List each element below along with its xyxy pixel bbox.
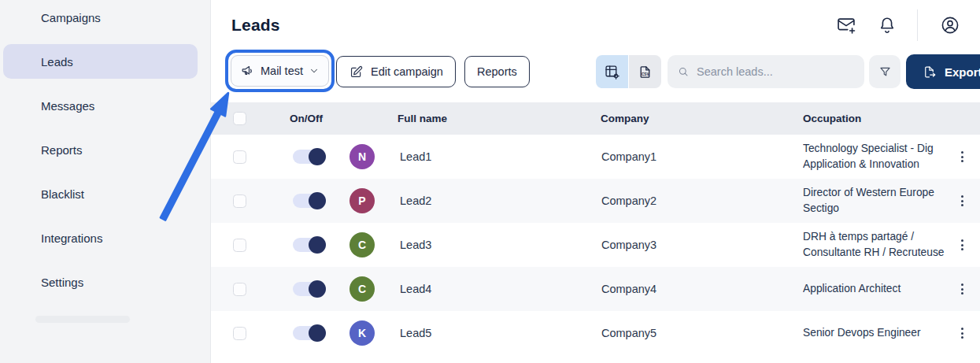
sidebar: Campaigns Leads Messages Reports Blackli…	[0, 0, 211, 363]
row-expand-chevron-icon[interactable]	[257, 327, 269, 339]
page-title: Leads	[231, 16, 280, 35]
export-data-button[interactable]: Export data	[906, 54, 980, 89]
campaign-selector-button[interactable]: Mail test	[231, 55, 329, 87]
table-row-lead2: P Lead2 Company2 Director of Western Eur…	[211, 179, 980, 223]
csv-file-icon: CSV	[637, 64, 653, 80]
lead-company: Company2	[601, 179, 656, 223]
column-header-company[interactable]: Company	[601, 102, 649, 135]
table-row-lead1: N Lead1 Company1 Technology Specialist -…	[211, 135, 980, 179]
sidebar-item-label: Campaigns	[41, 11, 101, 24]
lead-company: Company5	[601, 311, 656, 355]
lead-company: Company4	[601, 267, 656, 311]
sidebar-item-messages[interactable]: Messages	[3, 88, 198, 123]
toggle-knob	[309, 192, 326, 209]
table-settings-icon	[604, 64, 620, 80]
lead-occupation: DRH à temps partagé / Consultante RH / R…	[803, 223, 949, 267]
select-all-checkbox[interactable]	[233, 112, 246, 125]
annotation-highlight-ring: Mail test	[225, 50, 335, 92]
row-menu-kebab-icon[interactable]	[957, 323, 967, 343]
view-toggle-group: CSV	[596, 55, 661, 88]
bell-icon[interactable]	[876, 14, 898, 36]
table-view-button[interactable]	[596, 55, 628, 88]
lead-name: Lead4	[400, 267, 431, 311]
filter-button[interactable]	[869, 55, 900, 88]
sidebar-item-campaigns[interactable]: Campaigns	[3, 0, 198, 35]
sidebar-item-blacklist[interactable]: Blacklist	[3, 176, 198, 211]
row-menu-kebab-icon[interactable]	[957, 191, 967, 211]
lead-name: Lead5	[400, 311, 431, 355]
megaphone-icon	[240, 64, 255, 79]
mail-plus-icon[interactable]	[835, 14, 857, 36]
search-leads-box	[668, 55, 864, 88]
sidebar-faded-item	[35, 316, 130, 323]
onoff-toggle[interactable]	[293, 150, 323, 164]
row-menu-kebab-icon[interactable]	[957, 279, 967, 299]
row-expand-chevron-icon[interactable]	[257, 150, 269, 163]
avatar: K	[349, 320, 375, 346]
lead-company: Company1	[601, 135, 656, 179]
toggle-knob	[309, 148, 326, 165]
lead-name: Lead2	[400, 179, 431, 223]
file-export-icon	[922, 65, 937, 80]
search-icon	[677, 65, 690, 79]
search-input[interactable]	[697, 65, 855, 78]
avatar: C	[349, 276, 375, 302]
sidebar-item-label: Blacklist	[41, 187, 84, 201]
undefined	[11, 9, 28, 26]
user-circle-icon[interactable]	[939, 14, 961, 36]
column-header-fullname[interactable]: Full name	[398, 102, 447, 135]
undefined	[11, 185, 28, 202]
row-checkbox[interactable]	[233, 327, 246, 340]
sidebar-nav: Campaigns Leads Messages Reports Blackli…	[0, 0, 210, 299]
table-row-lead3: C Lead3 Company3 DRH à temps partagé / C…	[211, 223, 980, 267]
lead-company: Company3	[601, 223, 656, 267]
row-expand-chevron-icon[interactable]	[257, 239, 269, 251]
lead-occupation: Application Architect	[803, 267, 949, 311]
onoff-toggle[interactable]	[293, 282, 323, 296]
csv-view-button[interactable]: CSV	[629, 55, 661, 88]
onoff-toggle[interactable]	[293, 326, 323, 340]
header-divider	[917, 9, 918, 41]
table-body: N Lead1 Company1 Technology Specialist -…	[211, 135, 980, 355]
table-row-lead4: C Lead4 Company4 Application Architect	[211, 267, 980, 311]
leads-table: On/Off Full name Company Occupation N Le…	[211, 102, 980, 355]
lead-name: Lead3	[400, 223, 431, 267]
toggle-knob	[309, 324, 326, 342]
row-menu-kebab-icon[interactable]	[957, 235, 967, 255]
row-expand-chevron-icon[interactable]	[257, 194, 269, 207]
table-row-lead5: K Lead5 Company5 Senior Devops Engineer	[211, 311, 980, 355]
sidebar-item-label: Integrations	[41, 232, 102, 245]
undefined	[11, 141, 28, 158]
row-checkbox[interactable]	[233, 194, 246, 208]
row-checkbox[interactable]	[233, 150, 246, 164]
column-header-occupation[interactable]: Occupation	[803, 102, 861, 135]
sidebar-item-settings[interactable]: Settings	[3, 265, 198, 299]
lead-occupation: Technology Specialist - Dig Application …	[803, 135, 949, 179]
reports-button[interactable]: Reports	[464, 56, 530, 87]
campaign-selector-label: Mail test	[261, 65, 303, 77]
edit-campaign-button[interactable]: Edit campaign	[336, 56, 456, 87]
undefined	[11, 229, 28, 246]
table-header: On/Off Full name Company Occupation	[211, 102, 980, 135]
undefined	[11, 273, 28, 291]
row-expand-chevron-icon[interactable]	[257, 283, 269, 295]
edit-pencil-icon	[349, 65, 364, 80]
avatar: N	[349, 144, 375, 169]
toggle-knob	[309, 280, 326, 298]
sidebar-item-label: Messages	[41, 99, 94, 113]
onoff-toggle[interactable]	[293, 194, 323, 208]
row-checkbox[interactable]	[233, 239, 246, 252]
sidebar-item-leads[interactable]: Leads	[3, 44, 198, 79]
column-header-onoff[interactable]: On/Off	[290, 102, 323, 135]
avatar: P	[349, 188, 375, 213]
sidebar-item-reports[interactable]: Reports	[3, 132, 198, 167]
toggle-knob	[309, 236, 326, 254]
sidebar-item-label: Settings	[41, 276, 83, 289]
undefined	[11, 97, 28, 114]
onoff-toggle[interactable]	[293, 238, 323, 252]
row-checkbox[interactable]	[233, 283, 246, 296]
row-menu-kebab-icon[interactable]	[957, 146, 967, 167]
sidebar-item-integrations[interactable]: Integrations	[3, 220, 198, 255]
sidebar-item-label: Leads	[41, 55, 73, 69]
svg-text:CSV: CSV	[642, 72, 650, 76]
